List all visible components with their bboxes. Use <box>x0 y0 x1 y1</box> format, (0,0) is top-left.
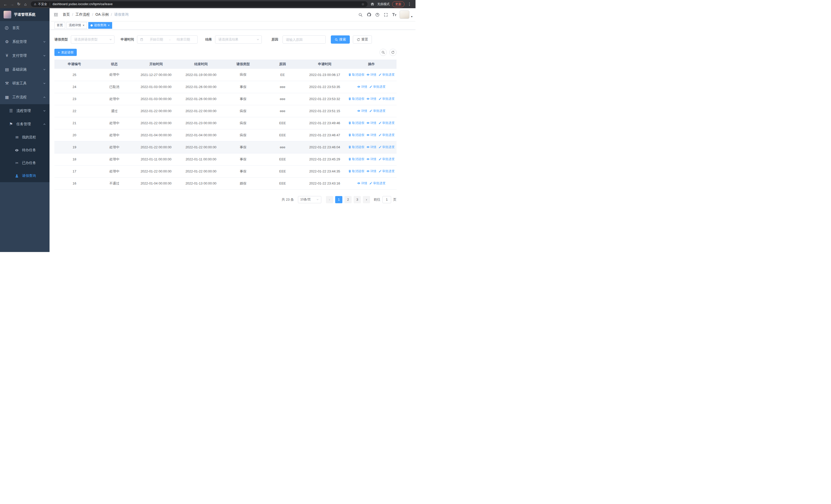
close-icon[interactable]: × <box>82 24 85 27</box>
address-bar[interactable]: ⚠ 不安全 dashboard.yudao.iocoder.cn/bpm/oa/… <box>31 1 368 7</box>
tags-view-bar: 首页 流程详情 × 请假查询 × <box>50 21 416 30</box>
detail-action-link[interactable]: 详情 <box>357 181 367 185</box>
sidebar-item-label: 待办任务 <box>22 148 36 152</box>
fullscreen-icon[interactable] <box>383 11 389 18</box>
progress-action-link[interactable]: 审批进度 <box>378 97 395 101</box>
reset-button[interactable]: 重置 <box>353 35 372 43</box>
caret-down-icon[interactable]: ▾ <box>411 15 412 18</box>
action-label: 审批进度 <box>382 72 395 77</box>
tab-process-detail[interactable]: 流程详情 × <box>66 22 87 29</box>
sidebar-item-payment[interactable]: ¥ 支付管理 <box>0 49 50 63</box>
sidebar-item-infrastructure[interactable]: ▤ 基础设施 <box>0 63 50 77</box>
sidebar-item-devtools[interactable]: ⚒ 研发工具 <box>0 77 50 90</box>
progress-action-link[interactable]: 审批进度 <box>378 157 395 161</box>
progress-action-link[interactable]: 审批进度 <box>369 109 385 113</box>
browser-home-icon[interactable]: ⌂ <box>22 1 29 7</box>
search-button[interactable]: 搜索 <box>331 35 350 43</box>
detail-action-link[interactable]: 详情 <box>367 169 376 174</box>
cancel-action-link[interactable]: 取消请假 <box>348 121 365 125</box>
sidebar-item-label: 工作流程 <box>12 95 27 99</box>
page-button-3[interactable]: 3 <box>354 196 361 203</box>
cell-leave-type: 事假 <box>224 93 262 105</box>
prev-page-button[interactable]: ‹ <box>326 196 333 203</box>
detail-action-link[interactable]: 详情 <box>367 157 376 161</box>
detail-action-link[interactable]: 详情 <box>357 109 367 113</box>
cancel-action-link[interactable]: 取消请假 <box>348 157 365 161</box>
next-page-button[interactable]: › <box>363 196 370 203</box>
close-icon[interactable]: × <box>108 24 110 27</box>
update-button[interactable]: 更新 <box>392 1 404 7</box>
breadcrumb-item[interactable]: 首页 <box>63 12 70 17</box>
bookmark-star-icon[interactable]: ☆ <box>361 2 365 6</box>
tab-leave-query[interactable]: 请假查询 × <box>88 22 112 29</box>
search-icon[interactable] <box>357 11 364 18</box>
chevron-down-icon <box>256 38 259 41</box>
sidebar-item-done-tasks[interactable]: ✂ 已办任务 <box>0 156 50 169</box>
detail-action-link[interactable]: 详情 <box>357 85 367 89</box>
progress-action-link[interactable]: 审批进度 <box>378 72 395 77</box>
progress-action-link[interactable]: 审批进度 <box>378 121 395 125</box>
action-label: 审批进度 <box>373 85 385 89</box>
sidebar-item-label: 支付管理 <box>12 53 27 58</box>
detail-action-link[interactable]: 详情 <box>367 145 376 149</box>
cell-reason: EEE <box>262 117 303 129</box>
breadcrumb-item[interactable]: 工作流程 <box>76 12 90 17</box>
sidebar-item-workflow[interactable]: ▦ 工作流程 <box>0 90 50 104</box>
tab-label: 流程详情 <box>69 23 81 27</box>
cancel-action-link[interactable]: 取消请假 <box>348 133 365 137</box>
sidebar-item-process-management[interactable]: ☰ 流程管理 <box>0 104 50 118</box>
sidebar-item-my-process[interactable]: ✉ 我的流程 <box>0 131 50 144</box>
browser-back-icon[interactable]: ← <box>2 1 9 7</box>
browser-reload-icon[interactable]: ↻ <box>16 1 22 7</box>
leave-type-select[interactable]: 请选择请假类型 <box>71 35 114 43</box>
browser-menu-icon[interactable]: ⋮ <box>407 2 412 6</box>
progress-action-link[interactable]: 审批进度 <box>378 145 395 149</box>
reason-input[interactable] <box>283 35 326 43</box>
sidebar-item-todo-tasks[interactable]: 待办任务 <box>0 144 50 156</box>
sidebar-item-home[interactable]: 首页 <box>0 21 50 35</box>
progress-action-link[interactable]: 审批进度 <box>378 169 395 174</box>
page-button-2[interactable]: 2 <box>344 196 352 203</box>
progress-action-link[interactable]: 审批进度 <box>369 85 385 89</box>
cancel-action-link[interactable]: 取消请假 <box>348 72 365 77</box>
eye-icon <box>367 97 370 100</box>
font-size-icon[interactable] <box>391 11 398 18</box>
page-size-select[interactable]: 10条/页 <box>298 196 321 203</box>
table-search-toggle-button[interactable] <box>379 49 387 56</box>
cell-id: 24 <box>54 81 94 93</box>
browser-forward-icon[interactable]: → <box>9 1 16 7</box>
progress-action-link[interactable]: 审批进度 <box>369 181 385 185</box>
result-select[interactable]: 请选择流结果 <box>215 35 262 43</box>
detail-action-link[interactable]: 详情 <box>367 72 376 77</box>
tab-home[interactable]: 首页 <box>54 22 65 29</box>
sidebar-item-task-management[interactable]: ⚑ 任务管理 <box>0 118 50 131</box>
detail-action-link[interactable]: 详情 <box>367 121 376 125</box>
cancel-action-link[interactable]: 取消请假 <box>348 97 365 101</box>
github-icon[interactable] <box>366 11 372 18</box>
sidebar-item-system[interactable]: ⚙ 系统管理 <box>0 35 50 49</box>
create-leave-button[interactable]: + 发起请假 <box>54 49 77 56</box>
avatar[interactable] <box>400 10 409 19</box>
breadcrumb-item[interactable]: OA 示例 <box>95 12 109 17</box>
not-secure-warning-icon: ⚠ <box>34 3 36 6</box>
app-logo-row[interactable]: 芋道管理系统 <box>0 8 50 21</box>
sidebar-collapse-icon[interactable] <box>53 12 58 17</box>
apply-time-range-picker[interactable]: 开始日期 - 结束日期 <box>137 35 198 43</box>
goto-page-input[interactable] <box>382 196 391 203</box>
help-icon[interactable] <box>374 11 381 18</box>
page-button-1[interactable]: 1 <box>335 196 342 203</box>
action-label: 审批进度 <box>382 145 395 149</box>
table-refresh-button[interactable] <box>389 49 397 56</box>
cell-apply-time: 2022-01-22 23:49:46 <box>303 117 346 129</box>
action-label: 取消请假 <box>352 157 365 161</box>
list-icon: ☰ <box>9 109 13 113</box>
sidebar-item-leave-query[interactable]: 请假查询 <box>0 169 50 182</box>
detail-action-link[interactable]: 详情 <box>367 97 376 101</box>
cell-leave-type: 事假 <box>224 141 262 153</box>
detail-action-link[interactable]: 详情 <box>367 133 376 137</box>
cell-actions: 取消请假详情审批进度 <box>346 69 397 81</box>
cancel-action-link[interactable]: 取消请假 <box>348 169 365 174</box>
progress-action-link[interactable]: 审批进度 <box>378 133 395 137</box>
cell-reason: EEE <box>262 177 303 189</box>
cancel-action-link[interactable]: 取消请假 <box>348 145 365 149</box>
